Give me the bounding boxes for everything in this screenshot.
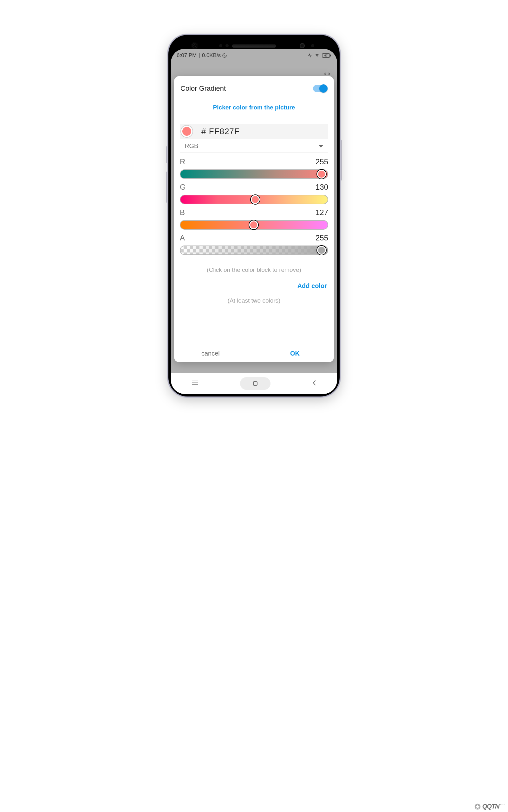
status-time: 6:07 PM (177, 52, 197, 59)
channel-value-b: 127 (315, 208, 328, 217)
hex-value[interactable]: # FF827F (201, 127, 240, 136)
slider-thumb-r[interactable] (317, 170, 326, 178)
channel-label-a: A (180, 234, 185, 242)
slider-row-a: A 255 (180, 234, 328, 255)
slider-thumb-a[interactable] (317, 246, 326, 255)
slider-track-g[interactable] (180, 195, 328, 204)
light-sensor-icon (225, 44, 228, 47)
svg-point-0 (317, 57, 317, 57)
channel-label-b: B (180, 208, 185, 217)
svg-rect-2 (330, 54, 331, 56)
cancel-button[interactable]: cancel (181, 350, 251, 357)
color-swatch[interactable] (181, 126, 193, 137)
channel-value-g: 130 (315, 183, 328, 192)
slider-track-a[interactable] (180, 245, 328, 255)
slider-track-b[interactable] (180, 220, 328, 230)
secondary-sensor-icon (311, 44, 314, 47)
earpiece-speaker (232, 44, 276, 48)
slider-thumb-b[interactable] (249, 220, 258, 229)
watermark-sub: .com (500, 803, 505, 806)
watermark-text: QQTN (482, 803, 500, 810)
color-gradient-dialog: Color Gradient Picker color from the pic… (174, 76, 334, 362)
dialog-actions: cancel OK (180, 347, 328, 358)
color-mode-select[interactable]: RGB (180, 139, 328, 153)
phone-power-button (340, 139, 341, 181)
wifi-icon (314, 53, 320, 58)
nav-home-icon[interactable] (240, 377, 270, 390)
channel-label-g: G (180, 183, 186, 192)
toggle-knob (319, 84, 328, 93)
status-bar: 6:07 PM | 0.0KB/s (171, 49, 337, 62)
watermark: QQTN.com (474, 803, 505, 810)
battery-level: 67 (322, 53, 330, 58)
chevron-down-icon (319, 143, 324, 150)
gradient-toggle[interactable] (313, 85, 328, 92)
channel-value-r: 255 (315, 157, 328, 166)
front-camera-icon (300, 43, 305, 48)
system-nav-bar (171, 373, 337, 394)
phone-frame: 6:07 PM | 0.0KB/s (168, 35, 340, 397)
ok-button[interactable]: OK (251, 350, 327, 357)
current-color-row: # FF827F (180, 124, 328, 139)
do-not-disturb-icon (222, 53, 227, 58)
proximity-sensor-icon (219, 44, 222, 47)
slider-track-r[interactable] (180, 169, 328, 179)
alarm-icon (307, 53, 312, 58)
status-separator: | (197, 52, 202, 59)
iris-sensor-icon (191, 42, 198, 49)
channel-label-r: R (180, 157, 185, 166)
status-net-speed: 0.0KB/s (202, 52, 221, 59)
nav-recent-icon[interactable] (192, 380, 199, 387)
pick-from-picture-link[interactable]: Picker color from the picture (180, 93, 328, 124)
battery-icon: 67 (322, 53, 331, 58)
add-color-link[interactable]: Add color (180, 274, 328, 293)
slider-row-g: G 130 (180, 183, 328, 204)
remove-hint: (Click on the color block to remove) (180, 267, 328, 274)
min-colors-hint: (At least two colors) (180, 293, 328, 311)
color-mode-value: RGB (184, 143, 198, 150)
slider-thumb-g[interactable] (251, 195, 260, 204)
slider-row-b: B 127 (180, 208, 328, 230)
channel-value-a: 255 (315, 234, 328, 242)
phone-screen: 6:07 PM | 0.0KB/s (171, 49, 337, 394)
slider-row-r: R 255 (180, 157, 328, 179)
dialog-title: Color Gradient (180, 84, 226, 93)
svg-rect-6 (253, 381, 257, 385)
nav-back-icon[interactable] (312, 380, 316, 387)
